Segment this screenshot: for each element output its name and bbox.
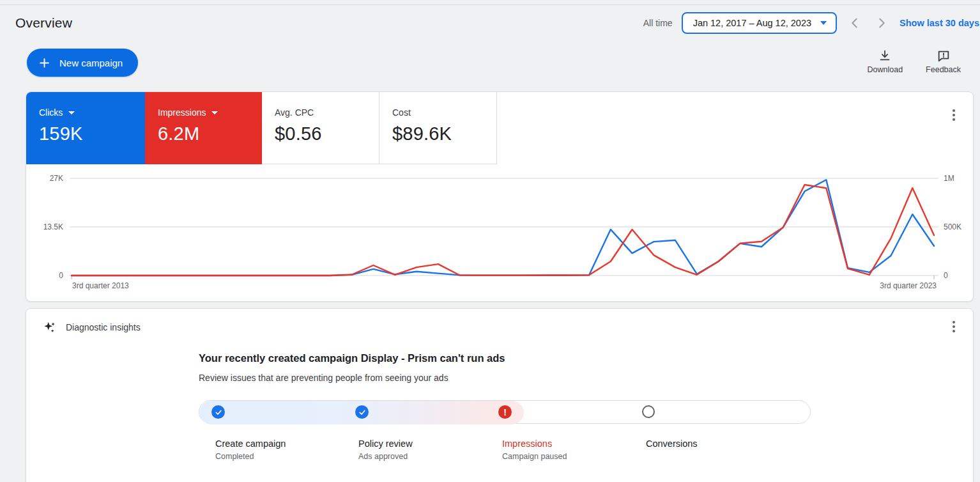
feedback-button[interactable]: Feedback [926,49,961,74]
feedback-icon [937,49,951,63]
scorecard-avg-cpc-label: Avg. CPC [275,107,314,118]
left-axis-tick: 0 [26,271,63,280]
chart-card-menu-button[interactable] [946,107,961,123]
step-subtitle: Ads approved [358,452,413,461]
date-range-value: Jan 12, 2017 – Aug 12, 2023 [693,18,811,28]
chevron-down-icon [820,21,827,25]
chevron-down-icon[interactable] [68,111,75,114]
step-create-campaign[interactable] [211,405,225,419]
step-label-conversions: Conversions [646,439,698,452]
step-policy-review[interactable] [355,405,369,419]
step-title: Impressions [502,439,567,449]
impressions-series-line [72,185,934,276]
step-title: Conversions [646,439,698,449]
insights-body: Your recently created campaign Display -… [26,334,973,477]
page-title: Overview [15,15,72,31]
show-last-30-days-link[interactable]: Show last 30 days [900,18,980,28]
check-icon [358,408,366,416]
right-axis-tick: 1M [944,174,973,183]
download-button[interactable]: Download [868,49,903,74]
step-title: Create campaign [215,439,286,449]
plus-icon [38,57,50,69]
campaign-status-stepper: ! Create campaign Completed Policy revie… [199,400,811,477]
insights-menu-button[interactable] [946,319,961,334]
chevron-right-icon [875,16,889,30]
top-divider [0,0,980,5]
step-conversions[interactable] [642,405,655,418]
scorecard-avg-cpc-value: $0.56 [275,123,379,144]
chevron-left-icon [848,16,862,30]
date-range-controls: All time Jan 12, 2017 – Aug 12, 2023 Sho… [643,12,980,34]
step-title: Policy review [358,439,413,449]
sparkle-icon [43,320,57,334]
step-subtitle: Campaign paused [502,452,567,461]
check-icon [215,408,222,416]
right-axis-tick: 500K [944,222,973,231]
insights-header: Diagnostic insights [26,309,973,334]
chevron-down-icon[interactable] [211,111,218,114]
x-axis-end-label: 3rd quarter 2023 [850,281,937,290]
previous-period-button[interactable] [846,14,864,32]
step-impressions[interactable]: ! [498,405,512,419]
right-axis-tick: 0 [944,271,973,280]
scorecard-cost-label: Cost [392,107,411,118]
scorecard-avg-cpc[interactable]: Avg. CPC $0.56 [262,92,379,164]
timeseries-chart[interactable]: 27K 13.5K 0 1M 500K 0 3rd quarter 2013 3… [26,164,973,301]
next-period-button[interactable] [873,14,891,32]
scorecard-row: Clicks 159K Impressions 6.2M Avg. CPC $0… [26,92,973,164]
scorecard-impressions-value: 6.2M [158,123,262,144]
new-campaign-button[interactable]: New campaign [27,49,138,77]
chart-plot-area[interactable] [70,164,938,292]
step-label-create-campaign: Create campaign Completed [215,439,286,461]
download-label: Download [868,65,903,74]
feedback-label: Feedback [926,65,961,74]
action-row: New campaign Download Feedback [27,49,965,77]
scorecard-impressions-label: Impressions [158,107,206,118]
date-range-picker[interactable]: Jan 12, 2017 – Aug 12, 2023 [682,12,837,34]
new-campaign-label: New campaign [59,58,123,68]
page-header: Overview All time Jan 12, 2017 – Aug 12,… [0,5,980,33]
insights-header-label: Diagnostic insights [66,322,141,332]
insight-subtitle: Review issues that are preventing people… [199,373,973,383]
step-subtitle: Completed [215,452,286,461]
scorecard-cost[interactable]: Cost $89.6K [379,92,497,164]
scorecard-clicks-value: 159K [39,123,145,144]
clicks-series-line [72,180,934,276]
exclamation-icon: ! [503,407,507,417]
left-axis-tick: 27K [26,174,63,183]
overview-chart-card: Clicks 159K Impressions 6.2M Avg. CPC $0… [26,91,974,302]
scorecard-clicks[interactable]: Clicks 159K [26,92,145,164]
scorecard-clicks-label: Clicks [39,107,63,118]
step-label-policy-review: Policy review Ads approved [358,439,413,461]
x-axis-start-label: 3rd quarter 2013 [72,281,129,290]
diagnostic-insights-card: Diagnostic insights Your recently create… [26,308,974,482]
download-icon [878,49,892,63]
step-label-impressions: Impressions Campaign paused [502,439,567,461]
toolbar-icons: Download Feedback [868,49,961,74]
time-preset-label: All time [643,18,673,28]
scorecard-cost-value: $89.6K [392,123,496,144]
left-axis-tick: 13.5K [26,222,63,231]
insight-headline: Your recently created campaign Display -… [199,352,973,364]
scorecard-impressions[interactable]: Impressions 6.2M [145,92,262,164]
